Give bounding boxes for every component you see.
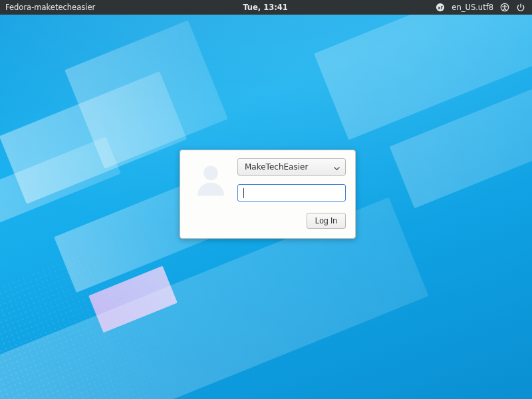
username-dropdown[interactable]: MakeTechEasier — [237, 158, 346, 176]
power-icon[interactable] — [516, 3, 525, 12]
avatar-icon — [192, 161, 230, 200]
svg-text:xf: xf — [438, 5, 444, 11]
accessibility-icon[interactable] — [500, 3, 509, 12]
password-field[interactable] — [244, 188, 340, 198]
chevron-down-icon — [334, 164, 340, 170]
svg-point-3 — [504, 5, 505, 6]
username-selected-label: MakeTechEasier — [245, 162, 308, 172]
login-button[interactable]: Log In — [307, 213, 346, 229]
panel-indicators: xf en_US.utf8 — [288, 3, 532, 12]
svg-point-4 — [203, 166, 218, 180]
clock-label[interactable]: Tue, 13:41 — [243, 3, 288, 12]
password-input[interactable] — [237, 184, 346, 201]
locale-indicator[interactable]: en_US.utf8 — [452, 3, 493, 12]
hostname-label: Fedora-maketecheasier — [0, 3, 243, 12]
xfce-logo-icon[interactable]: xf — [436, 3, 445, 12]
login-button-row: Log In — [190, 213, 346, 231]
login-dialog: MakeTechEasier Log In — [180, 150, 356, 239]
top-panel: Fedora-maketecheasier Tue, 13:41 xf en_U… — [0, 0, 532, 15]
